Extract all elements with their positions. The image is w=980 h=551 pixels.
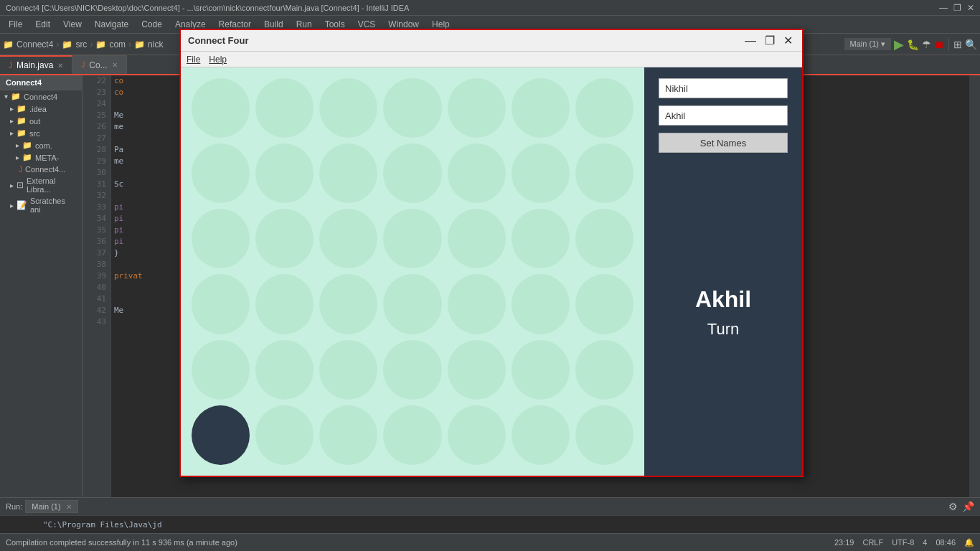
sidebar-item-src[interactable]: ▸ 📁 src (0, 127, 82, 139)
cell-6-1[interactable] (192, 405, 250, 465)
status-position: 23:19 (834, 538, 854, 547)
close-tab-icon[interactable]: ✕ (57, 62, 63, 70)
toolbar-right: Main (1) ▾ ▶ 🐛 ☂ ⏹ ⊞ 🔍 (844, 37, 977, 52)
cell-4-5[interactable] (448, 274, 506, 334)
line-42: 42 (83, 305, 110, 316)
dialog-close-btn[interactable]: ✕ (781, 35, 795, 47)
line-30: 30 (83, 167, 110, 179)
tab-co[interactable]: J Co... ✕ (72, 55, 126, 74)
set-names-button[interactable]: Set Names (659, 133, 788, 153)
sidebar-item-meta[interactable]: ▸ 📁 META- (0, 151, 82, 164)
sidebar-item-com[interactable]: ▸ 📁 com. (0, 139, 82, 151)
minimize-btn[interactable]: — (939, 3, 948, 13)
run-tab-close[interactable]: ✕ (66, 503, 72, 511)
search-button[interactable]: 🔍 (965, 39, 977, 50)
cell-4-2[interactable] (255, 274, 314, 334)
dialog-menu-help[interactable]: Help (209, 55, 227, 65)
cell-4-3[interactable] (319, 274, 377, 334)
cell-4-6[interactable] (512, 274, 570, 334)
sidebar-item-connect4[interactable]: ▾ 📁 Connect4 (0, 90, 82, 103)
cell-4-7[interactable] (575, 274, 633, 334)
cell-1-6[interactable] (512, 78, 570, 138)
sidebar-item-scratches[interactable]: ▸ 📝 Scratches ani (0, 195, 82, 215)
cell-2-5[interactable] (448, 143, 506, 203)
cell-5-3[interactable] (319, 340, 377, 400)
cell-1-3[interactable] (319, 78, 377, 138)
maximize-btn[interactable]: ❐ (953, 3, 961, 13)
sidebar-item-idea[interactable]: ▸ 📁 .idea (0, 103, 82, 115)
sidebar-item-connect4file[interactable]: J Connect4... (0, 164, 82, 175)
folder-icon: 📁 (22, 141, 32, 150)
cell-3-2[interactable] (255, 209, 314, 268)
cell-2-1[interactable] (192, 143, 250, 203)
cell-3-5[interactable] (448, 209, 506, 268)
debug-button[interactable]: 🐛 (907, 39, 919, 50)
line-41: 41 (83, 293, 110, 305)
cell-5-4[interactable] (383, 340, 441, 400)
cell-6-3[interactable] (319, 405, 377, 465)
run-tab-main[interactable]: Main (1) ✕ (25, 500, 77, 513)
breadcrumb-connect4[interactable]: Connect4 (17, 39, 53, 50)
breadcrumb-src[interactable]: src (75, 39, 87, 50)
dialog-title: Connect Four (188, 35, 249, 46)
dialog-maximize-btn[interactable]: ❐ (763, 35, 777, 47)
dialog-minimize-btn[interactable]: — (743, 35, 758, 47)
cell-6-7[interactable] (575, 405, 633, 465)
cell-3-1[interactable] (192, 209, 250, 268)
menu-file[interactable]: File (3, 18, 28, 31)
breadcrumb-nick[interactable]: nick (148, 39, 163, 50)
run-config-selector[interactable]: Main (1) ▾ (844, 38, 891, 50)
tab-main-java[interactable]: J Main.java ✕ (0, 55, 72, 74)
game-board[interactable] (181, 67, 644, 476)
settings-icon[interactable]: ⚙ (948, 501, 958, 512)
run-button[interactable]: ▶ (894, 37, 904, 52)
cell-5-5[interactable] (448, 340, 506, 400)
sidebar-item-out[interactable]: ▸ 📁 out (0, 115, 82, 127)
cell-5-2[interactable] (255, 340, 314, 400)
coverage-button[interactable]: ☂ (922, 39, 931, 50)
cell-4-4[interactable] (383, 274, 441, 334)
cell-5-1[interactable] (192, 340, 250, 400)
cell-3-4[interactable] (383, 209, 441, 268)
stop-button[interactable]: ⏹ (934, 39, 944, 50)
line-32: 32 (83, 190, 110, 202)
cell-1-7[interactable] (575, 78, 633, 138)
cell-5-7[interactable] (575, 340, 633, 400)
menu-code[interactable]: Code (136, 18, 168, 31)
line-27: 27 (83, 133, 110, 144)
cell-2-6[interactable] (512, 143, 570, 203)
cell-1-1[interactable] (192, 78, 250, 138)
cell-6-5[interactable] (448, 405, 506, 465)
cell-1-2[interactable] (255, 78, 314, 138)
dialog-menu-file[interactable]: File (187, 55, 200, 65)
cell-6-4[interactable] (383, 405, 441, 465)
notification-icon[interactable]: 🔔 (964, 538, 974, 547)
cell-1-5[interactable] (448, 78, 506, 138)
cell-3-3[interactable] (319, 209, 377, 268)
cell-2-4[interactable] (383, 143, 441, 203)
close-tab-icon2[interactable]: ✕ (112, 61, 118, 69)
menu-view[interactable]: View (57, 18, 88, 31)
cell-6-2[interactable] (255, 405, 314, 465)
close-btn[interactable]: ✕ (967, 3, 974, 13)
cell-2-3[interactable] (319, 143, 377, 203)
cell-3-6[interactable] (512, 209, 570, 268)
cell-4-1[interactable] (192, 274, 250, 334)
player1-input[interactable] (659, 78, 788, 98)
breadcrumb-com[interactable]: com (109, 39, 126, 50)
pin-icon[interactable]: 📌 (962, 501, 974, 512)
menu-edit[interactable]: Edit (29, 18, 56, 31)
menu-navigate[interactable]: Navigate (89, 18, 134, 31)
cell-2-2[interactable] (255, 143, 314, 203)
folder-icon: 📁 (17, 116, 27, 126)
console-text: "C:\Program Files\Java\jd (43, 520, 162, 529)
cell-2-7[interactable] (575, 143, 633, 203)
sidebar-item-external-libs[interactable]: ▸ ⊡ External Libra... (0, 175, 82, 195)
build-button[interactable]: ⊞ (953, 39, 962, 50)
cell-3-7[interactable] (575, 209, 633, 268)
cell-1-4[interactable] (383, 78, 441, 138)
player2-input[interactable] (659, 105, 788, 126)
folder-icon: 📁 (11, 92, 21, 101)
cell-6-6[interactable] (512, 405, 570, 465)
cell-5-6[interactable] (512, 340, 570, 400)
